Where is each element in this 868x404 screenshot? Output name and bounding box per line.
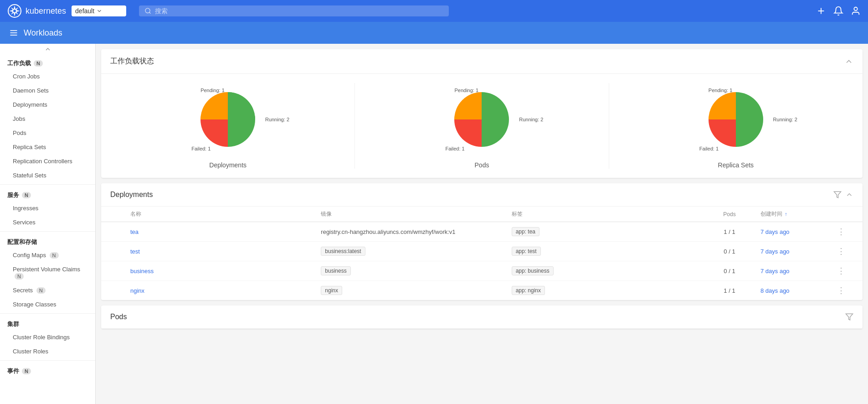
deployments-table: 名称 镜像 标签 Pods 创建时间 ↑ tea registry.cn-han… bbox=[101, 207, 863, 300]
sidebar-item-cluster-roles[interactable]: Cluster Roles bbox=[0, 344, 95, 358]
svg-point-3 bbox=[145, 8, 150, 13]
image-cell-nginx: nginx bbox=[321, 286, 508, 295]
more-test[interactable]: ⋮ bbox=[837, 246, 855, 256]
sidebar-item-replication-controllers[interactable]: Replication Controllers bbox=[0, 154, 95, 168]
col-image: 镜像 bbox=[321, 210, 508, 218]
name-cell-test: test bbox=[130, 248, 317, 255]
pods-cell-test: 0 / 1 bbox=[702, 248, 757, 255]
kubernetes-logo-icon bbox=[7, 4, 22, 18]
sidebar-item-replica-sets[interactable]: Replica Sets bbox=[0, 140, 95, 154]
menu-icon[interactable] bbox=[9, 28, 18, 37]
pods-card: Pods bbox=[101, 306, 863, 329]
chart-label-deployments: Deployments bbox=[209, 161, 247, 169]
workload-status-collapse[interactable] bbox=[844, 57, 853, 66]
pods-title: Pods bbox=[110, 313, 127, 321]
table-row[interactable]: tea registry.cn-hangzhou.aliyuncs.com/wm… bbox=[101, 222, 863, 242]
pods-header-actions bbox=[845, 313, 853, 321]
table-row[interactable]: nginx nginx app: nginx 1 / 1 8 days ago … bbox=[101, 281, 863, 300]
namespace-selector[interactable]: default bbox=[72, 5, 126, 16]
sidebar-item-pods[interactable]: Pods bbox=[0, 126, 95, 140]
more-tea[interactable]: ⋮ bbox=[837, 227, 855, 237]
sidebar-item-ingresses[interactable]: Ingresses bbox=[0, 201, 95, 215]
table-row[interactable]: test business:latest app: test 0 / 1 7 d… bbox=[101, 242, 863, 261]
filter-icon[interactable] bbox=[833, 191, 842, 199]
col-time: 创建时间 ↑ bbox=[760, 210, 833, 218]
table-header-deployments: 名称 镜像 标签 Pods 创建时间 ↑ bbox=[101, 207, 863, 222]
sidebar-item-cluster-role-bindings[interactable]: Cluster Role Bindings bbox=[0, 330, 95, 344]
svg-line-4 bbox=[149, 12, 151, 14]
pending-label-pods: Pending: 1 bbox=[454, 88, 478, 93]
sidebar-item-pvc[interactable]: Persistent Volume Claims N bbox=[0, 262, 95, 283]
logo[interactable]: kubernetes bbox=[7, 4, 66, 18]
time-cell-nginx: 8 days ago bbox=[760, 287, 833, 294]
workloads-title: Workloads bbox=[24, 28, 62, 38]
user-icon[interactable] bbox=[851, 6, 861, 16]
pie-chart-pods: Pending: 1 Running: 2 Failed: 1 bbox=[445, 83, 518, 156]
filter-pods-icon[interactable] bbox=[845, 313, 853, 321]
name-cell-nginx: nginx bbox=[130, 287, 317, 294]
sidebar-item-services[interactable]: Services bbox=[0, 215, 95, 229]
time-cell-business: 7 days ago bbox=[760, 267, 833, 275]
image-cell-tea: registry.cn-hangzhou.aliyuncs.com/wmzhyf… bbox=[321, 228, 508, 235]
sidebar-item-config-maps[interactable]: Config Maps N bbox=[0, 248, 95, 262]
svg-marker-11 bbox=[834, 192, 841, 198]
sidebar-item-stateful-sets[interactable]: Stateful Sets bbox=[0, 168, 95, 182]
pie-svg-replica-sets bbox=[699, 83, 772, 156]
workload-status-card: 工作负载状态 bbox=[101, 49, 863, 178]
collapse-icon bbox=[844, 57, 853, 66]
main-layout: 工作负载 N Cron Jobs Daemon Sets Deployments… bbox=[0, 44, 868, 404]
pie-svg-deployments bbox=[191, 83, 264, 156]
topbar-actions bbox=[816, 6, 861, 16]
sidebar: 工作负载 N Cron Jobs Daemon Sets Deployments… bbox=[0, 44, 96, 404]
sidebar-item-daemon-sets[interactable]: Daemon Sets bbox=[0, 83, 95, 98]
deployments-header-actions bbox=[833, 191, 853, 199]
col-label: 标签 bbox=[512, 210, 699, 218]
name-cell-tea: tea bbox=[130, 228, 317, 235]
chart-deployments: Pending: 1 Running: 2 Failed: 1 Deployme… bbox=[101, 83, 355, 169]
deployments-card: Deployments 名称 镜像 标签 Pods bbox=[101, 183, 863, 300]
workload-status-title: 工作负载状态 bbox=[110, 57, 154, 66]
chevron-up-icon bbox=[44, 46, 51, 53]
more-business[interactable]: ⋮ bbox=[837, 266, 855, 276]
running-label-dep: Running: 2 bbox=[265, 117, 289, 122]
deployments-title: Deployments bbox=[110, 191, 153, 199]
col-name: 名称 bbox=[130, 210, 317, 218]
namespace-value: default bbox=[75, 7, 94, 15]
sidebar-item-deployments[interactable]: Deployments bbox=[0, 98, 95, 112]
sidebar-item-storage-classes[interactable]: Storage Classes bbox=[0, 297, 95, 311]
add-icon[interactable] bbox=[816, 6, 826, 16]
pie-chart-replica-sets: Pending: 1 Running: 2 Failed: 1 bbox=[699, 83, 772, 156]
pods-cell-tea: 1 / 1 bbox=[702, 228, 757, 235]
sidebar-section-cluster: 集群 bbox=[0, 316, 95, 330]
running-label-pods: Running: 2 bbox=[519, 117, 543, 122]
sidebar-item-secrets[interactable]: Secrets N bbox=[0, 283, 95, 297]
failed-label-rs: Failed: 1 bbox=[699, 146, 719, 151]
search-bar[interactable] bbox=[139, 5, 449, 16]
pie-chart-deployments: Pending: 1 Running: 2 Failed: 1 bbox=[191, 83, 264, 156]
bell-icon[interactable] bbox=[833, 6, 843, 16]
pending-label-rs: Pending: 1 bbox=[709, 88, 733, 93]
chart-pods: Pending: 1 Running: 2 Failed: 1 Pods bbox=[355, 83, 609, 169]
collapse-deployments-icon[interactable] bbox=[845, 191, 853, 199]
workload-status-header: 工作负载状态 bbox=[101, 49, 863, 74]
svg-marker-12 bbox=[846, 314, 853, 320]
sidebar-item-cron-jobs[interactable]: Cron Jobs bbox=[0, 69, 95, 83]
table-row[interactable]: business business app: business 0 / 1 7 … bbox=[101, 261, 863, 281]
search-icon bbox=[144, 7, 151, 15]
deployments-header: Deployments bbox=[101, 183, 863, 207]
sidebar-scroll-up[interactable] bbox=[0, 44, 95, 55]
col-pods: Pods bbox=[702, 211, 757, 218]
sidebar-section-config: 配置和存储 bbox=[0, 233, 95, 248]
name-cell-business: business bbox=[130, 267, 317, 275]
sidebar-section-events: 事件 N bbox=[0, 363, 95, 377]
time-cell-test: 7 days ago bbox=[760, 248, 833, 255]
image-cell-test: business:latest bbox=[321, 247, 508, 256]
time-cell-tea: 7 days ago bbox=[760, 228, 833, 235]
more-nginx[interactable]: ⋮ bbox=[837, 285, 855, 295]
search-input[interactable] bbox=[155, 7, 443, 15]
svg-point-2 bbox=[13, 10, 16, 12]
pods-cell-nginx: 1 / 1 bbox=[702, 287, 757, 294]
sidebar-item-jobs[interactable]: Jobs bbox=[0, 112, 95, 126]
pie-svg-pods bbox=[445, 83, 518, 156]
image-cell-business: business bbox=[321, 266, 508, 275]
